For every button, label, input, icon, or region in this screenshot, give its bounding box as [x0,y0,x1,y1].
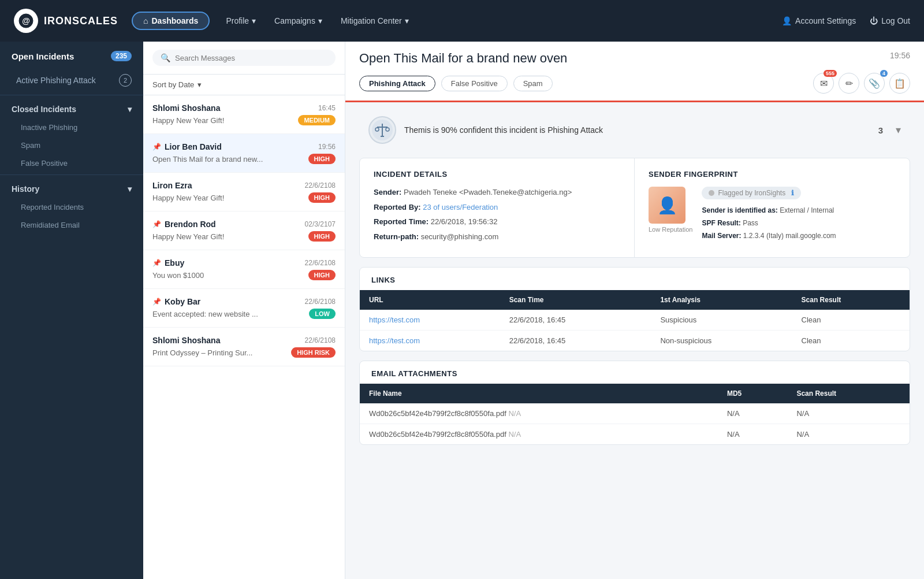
sidebar-item-reported-incidents[interactable]: Reported Incidents [0,198,143,216]
detail-icon-group: ✉ 555 ✏ 📎 4 📋 [813,73,910,94]
logo: @ IRONSCALES [14,9,118,33]
svg-text:@: @ [22,16,30,25]
ai-confidence-bar: Themis is 90% confident this incident is… [359,109,910,151]
profile-nav[interactable]: Profile ▾ [217,13,265,29]
spam-button[interactable]: Spam [513,76,553,91]
message-item[interactable]: 📌 Lior Ben David 19:56 Open This Mail fo… [143,134,345,173]
mail-icon-button[interactable]: ✉ 555 [813,73,834,94]
link-scan-time: 22/6/2018, 16:45 [500,331,651,351]
chevron-down-icon: ▾ [128,105,132,114]
message-badge: LOW [309,309,336,319]
fp-identified-row: Sender is identified as: External / Inte… [702,205,896,216]
links-header-row: URL Scan Time 1st Analysis Scan Result [360,290,910,310]
attachments-header-row: File Name MD5 Scan Result [360,384,910,403]
message-preview-text: Happy New Year Gift! [152,232,224,241]
logout-link[interactable]: ⏻ Log Out [870,16,910,25]
sidebar-item-inactive-phishing[interactable]: Inactive Phishing [0,118,143,136]
message-item[interactable]: 📌 Brendon Rod 02/3/2107 Happy New Year G… [143,211,345,250]
message-badge: HIGH [308,192,336,203]
search-input-wrap[interactable]: 🔍 [152,50,336,66]
message-item[interactable]: Liron Ezra 22/6/2108 Happy New Year Gift… [143,173,345,211]
mitigation-nav[interactable]: Mitigation Center ▾ [331,13,418,29]
sender-fingerprint-col: SENDER FINGERPRINT 👤 Low Reputation Flag… [635,158,910,257]
phishing-attack-button[interactable]: Phishing Attack [359,76,435,91]
search-input[interactable] [175,54,327,62]
message-preview-text: Happy New Year Gift! [152,116,224,125]
sort-bar[interactable]: Sort by Date ▾ [143,75,345,95]
attach-count-badge: 4 [880,70,888,77]
fp-info: Flagged by IronSights ℹ Sender is identi… [702,187,896,243]
attachment-row: Wd0b26c5bf42e4b799f2cf8c8f0550fa.pdf N/A… [360,403,910,424]
dashboards-button[interactable]: ⌂ Dashboards [132,12,210,30]
message-badge: HIGH [308,154,336,164]
message-item[interactable]: Shlomi Shoshana 16:45 Happy New Year Gif… [143,95,345,134]
attach-md5: N/A [718,424,787,445]
message-list-panel: 🔍 Sort by Date ▾ Shlomi Shoshana 16:45 H… [143,42,345,579]
chevron-down-icon: ▾ [128,184,132,194]
link-analysis: Non-suspicious [651,331,792,351]
sidebar-item-spam[interactable]: Spam [0,136,143,154]
active-phishing-badge: 2 [119,74,132,87]
attach-col-result: Scan Result [787,384,910,403]
detail-time: 19:56 [890,51,910,60]
attachment-row: Wd0b26c5bf42e4b799f2cf8c8f0550fa.pdf N/A… [360,424,910,445]
reported-by-link[interactable]: 23 of users/Federation [423,203,498,211]
incident-return-path-row: Return-path: security@phishing.com [374,231,620,243]
chevron-down-icon: ▾ [252,16,256,25]
message-item[interactable]: Shlomi Shoshana 22/6/2108 Print Odyssey … [143,328,345,366]
incident-reported-time-row: Reported Time: 22/6/2018, 19:56:32 [374,216,620,228]
link-result: Clean [792,331,910,351]
chevron-down-icon: ▾ [318,16,322,25]
message-badge: HIGH [308,270,336,280]
ai-expand-icon[interactable]: ▾ [896,124,901,136]
account-settings-link[interactable]: 👤 Account Settings [782,16,856,25]
attachments-table-body: Wd0b26c5bf42e4b799f2cf8c8f0550fa.pdf N/A… [360,403,910,444]
closed-incidents-group[interactable]: Closed Incidents ▾ [0,98,143,118]
message-item[interactable]: 📌 Ebuy 22/6/2108 You won $1000 HIGH [143,250,345,289]
fingerprint-section-title: SENDER FINGERPRINT [649,170,896,179]
power-icon: ⏻ [870,16,878,25]
notes-icon-button[interactable]: 📋 [889,73,910,94]
ai-confidence-text: Themis is 90% confident this incident is… [404,125,870,135]
attach-result: N/A [787,424,910,445]
links-row: https://test.com 22/6/2018, 16:45 Non-su… [360,331,910,351]
pin-icon: 📌 [152,259,161,267]
attachments-title: EMAIL ATTACHMENTS [360,361,910,384]
history-group[interactable]: History ▾ [0,177,143,198]
fingerprint-content: 👤 Low Reputation Flagged by IronSights ℹ… [649,187,896,243]
message-sender: 📌 Koby Bar [152,297,200,306]
attach-md5: N/A [718,403,787,424]
campaigns-nav[interactable]: Campaigns ▾ [265,13,331,29]
paperclip-icon-button[interactable]: 📎 4 [864,73,885,94]
fp-spf-row: SPF Result: Pass [702,218,896,228]
message-time: 22/6/2108 [305,298,336,306]
edit-icon-button[interactable]: ✏ [839,73,859,94]
links-row: https://test.com 22/6/2018, 16:45 Suspic… [360,310,910,331]
main-layout: Open Incidents 235 Active Phishing Attac… [0,42,924,579]
ai-avatar [368,116,396,144]
message-sender: Shlomi Shoshana [152,336,220,345]
logo-text: IRONSCALES [44,15,118,27]
sidebar-item-false-positive[interactable]: False Positive [0,154,143,172]
open-incidents-badge: 235 [111,51,132,61]
detail-title: Open This Mail for a brand new oven [359,51,567,66]
false-positive-button[interactable]: False Positive [441,76,508,91]
message-item[interactable]: 📌 Koby Bar 22/6/2108 Event accepted: new… [143,289,345,328]
open-incidents-title: Open Incidents [12,51,74,61]
message-sender: Shlomi Shoshana [152,103,220,113]
incident-reported-by-row: Reported By: 23 of users/Federation [374,202,620,213]
sidebar-item-active-phishing[interactable]: Active Phishing Attack 2 [0,68,143,92]
links-col-url: URL [360,290,500,310]
sidebar-item-remidiated-email[interactable]: Remidiated Email [0,216,143,234]
chevron-down-icon: ▾ [198,80,202,89]
ai-response-count: 3 [878,125,883,135]
mail-count-badge: 555 [824,70,837,77]
attach-col-md5: MD5 [718,384,787,403]
attach-col-filename: File Name [360,384,718,403]
links-table-body: https://test.com 22/6/2018, 16:45 Suspic… [360,310,910,351]
attach-result: N/A [787,403,910,424]
fp-mail-server-row: Mail Server: 1.2.3.4 (Italy) mail.google… [702,231,896,241]
detail-title-row: Open This Mail for a brand new oven 19:5… [359,51,910,66]
info-icon[interactable]: ℹ [791,189,794,197]
attach-filename: Wd0b26c5bf42e4b799f2cf8c8f0550fa.pdf N/A [360,403,718,424]
